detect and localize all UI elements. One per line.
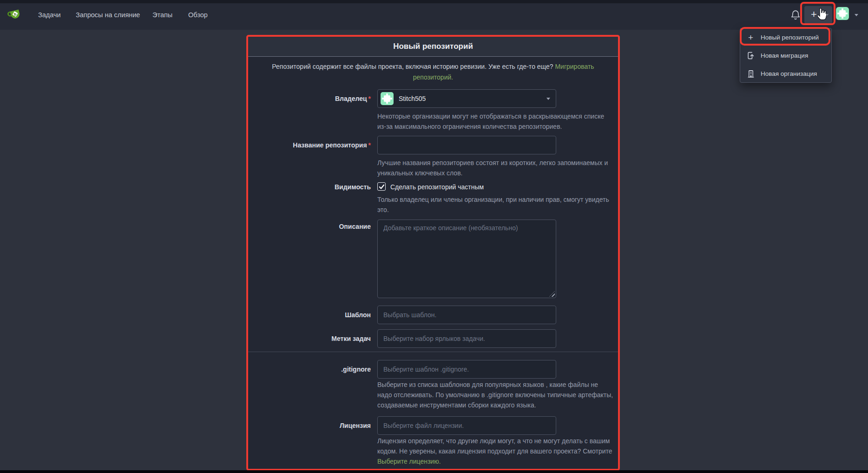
owner-label-text: Владелец bbox=[335, 95, 367, 102]
license-label: Лицензия bbox=[248, 416, 371, 435]
owner-avatar bbox=[381, 92, 394, 105]
owner-selected-value: Stitch505 bbox=[399, 95, 541, 102]
form-intro-text: Репозиторий содержит все файлы проекта, … bbox=[261, 61, 605, 83]
template-label: Шаблон bbox=[248, 306, 371, 324]
owner-help-text: Некоторые организации могут не отображат… bbox=[377, 111, 613, 132]
checkmark-icon bbox=[379, 184, 385, 190]
description-textarea[interactable] bbox=[377, 220, 556, 298]
gitignore-label: .gitignore bbox=[248, 360, 371, 379]
page-title: Новый репозиторий bbox=[248, 37, 618, 56]
top-navbar: b Задачи Запросы на слияние Этапы Обзор … bbox=[0, 0, 868, 30]
issue-labels-input[interactable] bbox=[377, 329, 556, 348]
private-checkbox[interactable] bbox=[377, 182, 386, 191]
nav-link-pull-requests[interactable]: Запросы на слияние bbox=[76, 0, 140, 30]
create-new-dropdown-menu: + Новый репозиторий Новая миграция Новая… bbox=[740, 28, 832, 83]
organization-icon bbox=[747, 70, 755, 78]
new-repository-form: Новый репозиторий Репозиторий содержит в… bbox=[248, 37, 618, 469]
section-divider bbox=[248, 352, 618, 352]
plus-icon: + bbox=[747, 33, 755, 41]
repo-name-label: Название репозитория* bbox=[248, 136, 371, 154]
repo-name-input[interactable] bbox=[377, 136, 556, 154]
menu-item-new-organization[interactable]: Новая организация bbox=[740, 65, 831, 83]
required-mark: * bbox=[367, 141, 371, 149]
owner-select[interactable]: Stitch505 bbox=[377, 89, 556, 108]
choose-license-link[interactable]: Выберите лицензию. bbox=[377, 458, 441, 465]
menu-item-label: Новая организация bbox=[761, 70, 817, 77]
nav-link-milestones[interactable]: Этапы bbox=[152, 0, 172, 30]
repo-name-label-text: Название репозитория bbox=[293, 141, 367, 149]
migration-icon bbox=[747, 52, 755, 60]
nav-link-issues[interactable]: Задачи bbox=[38, 0, 61, 30]
visibility-label: Видимость bbox=[248, 183, 371, 191]
mouse-cursor-icon bbox=[814, 6, 829, 23]
gitignore-help-text: Выберите из списка шаблонов для популярн… bbox=[377, 380, 613, 410]
menu-item-label: Новая миграция bbox=[761, 52, 808, 59]
repo-name-help-text: Лучшие названия репозиториев состоят из … bbox=[377, 158, 613, 178]
license-input[interactable] bbox=[377, 416, 556, 435]
screen: b Задачи Запросы на слияние Этапы Обзор … bbox=[0, 0, 868, 473]
user-avatar[interactable] bbox=[836, 7, 849, 20]
description-label: Описание bbox=[248, 222, 371, 231]
intro-text: Репозиторий содержит все файлы проекта, … bbox=[272, 63, 553, 70]
window-top-edge bbox=[0, 0, 868, 3]
gitea-logo-icon[interactable]: b bbox=[7, 7, 23, 23]
chevron-down-icon bbox=[855, 14, 858, 16]
required-mark: * bbox=[367, 95, 371, 102]
visibility-help-text: Только владелец или члены организации, п… bbox=[377, 194, 613, 215]
template-input[interactable] bbox=[377, 306, 556, 324]
window-bottom-edge bbox=[0, 470, 868, 473]
form-header: Новый репозиторий bbox=[248, 37, 618, 57]
chevron-down-icon bbox=[546, 98, 550, 100]
menu-item-new-repository[interactable]: + Новый репозиторий bbox=[740, 28, 831, 47]
nav-link-explore[interactable]: Обзор bbox=[188, 0, 208, 30]
license-help-body: Лицензия определяет, что другие люди мог… bbox=[377, 437, 612, 455]
menu-item-new-migration[interactable]: Новая миграция bbox=[740, 47, 831, 65]
notifications-bell-icon[interactable] bbox=[790, 9, 801, 21]
issue-labels-label: Метки задач bbox=[248, 329, 371, 348]
gitignore-input[interactable] bbox=[377, 360, 556, 379]
menu-item-label: Новый репозиторий bbox=[761, 34, 819, 41]
private-checkbox-label[interactable]: Сделать репозиторий частным bbox=[390, 183, 484, 191]
owner-label: Владелец* bbox=[248, 89, 371, 108]
license-help-text: Лицензия определяет, что другие люди мог… bbox=[377, 436, 613, 466]
